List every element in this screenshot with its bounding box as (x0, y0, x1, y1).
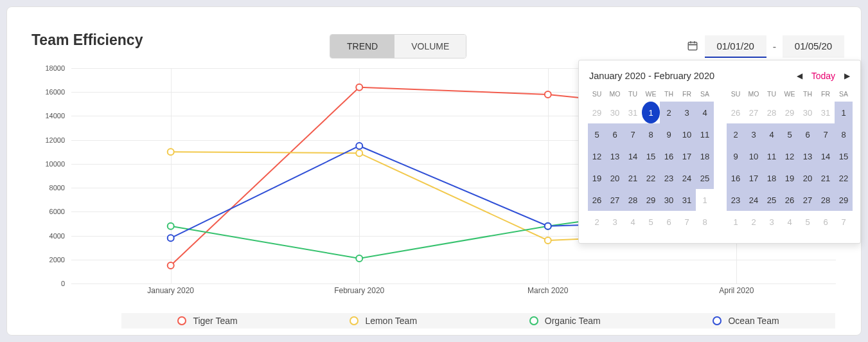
calendar-day[interactable]: 22 (835, 167, 853, 189)
legend-item-organic[interactable]: Organic Team (529, 316, 601, 326)
calendar-day[interactable]: 15 (835, 145, 853, 167)
calendar-prev-icon[interactable]: ◀ (797, 71, 802, 80)
calendar-day[interactable]: 26 (781, 189, 799, 211)
calendar-next-icon[interactable]: ▶ (844, 71, 850, 80)
calendar-day[interactable]: 6 (799, 123, 817, 145)
calendar-day[interactable]: 16 (727, 167, 745, 189)
calendar-day[interactable]: 30 (660, 189, 678, 211)
date-end-input[interactable] (783, 35, 844, 58)
data-point[interactable] (168, 148, 174, 155)
data-point[interactable] (545, 237, 551, 244)
calendar-day[interactable]: 29 (835, 189, 853, 211)
x-tick-label: March 2020 (527, 286, 568, 295)
calendar-day[interactable]: 22 (642, 167, 660, 189)
calendar-day[interactable]: 20 (799, 167, 817, 189)
legend-item-lemon[interactable]: Lemon Team (350, 316, 417, 326)
calendar-day[interactable]: 9 (660, 123, 678, 145)
tab-volume[interactable]: VOLUME (394, 35, 466, 58)
calendar-day[interactable]: 25 (696, 167, 714, 189)
legend-item-tiger[interactable]: Tiger Team (177, 316, 237, 326)
calendar-range-label: January 2020 - February 2020 (589, 71, 714, 81)
calendar-day[interactable]: 19 (781, 167, 799, 189)
data-point[interactable] (356, 84, 362, 91)
data-point[interactable] (168, 235, 174, 241)
calendar-day[interactable]: 12 (781, 145, 799, 167)
calendar-day: 27 (745, 102, 763, 123)
data-point[interactable] (168, 223, 174, 230)
calendar-day[interactable]: 11 (696, 123, 714, 145)
data-point[interactable] (356, 255, 362, 262)
calendar-day[interactable]: 7 (624, 123, 642, 145)
calendar-day[interactable]: 3 (745, 123, 763, 145)
calendar-day[interactable]: 2 (727, 123, 745, 145)
calendar-day[interactable]: 6 (606, 123, 624, 145)
calendar-day[interactable]: 20 (606, 167, 624, 189)
calendar-day[interactable]: 10 (745, 145, 763, 167)
calendar-day[interactable]: 27 (606, 189, 624, 211)
calendar-day[interactable]: 9 (727, 145, 745, 167)
calendar-day[interactable]: 1 (835, 102, 853, 123)
calendar-icon[interactable] (687, 40, 698, 54)
calendar-day[interactable]: 18 (696, 145, 714, 167)
calendar-day[interactable]: 8 (642, 123, 660, 145)
calendar-day[interactable]: 5 (781, 123, 799, 145)
calendar-day[interactable]: 14 (817, 145, 835, 167)
calendar-day[interactable]: 1 (642, 102, 660, 123)
calendar-day[interactable]: 21 (817, 167, 835, 189)
calendar-day[interactable]: 21 (624, 167, 642, 189)
data-point[interactable] (356, 143, 362, 149)
calendar-day: 4 (624, 211, 642, 233)
calendar-day[interactable]: 12 (588, 145, 606, 167)
data-point[interactable] (545, 223, 551, 230)
data-point[interactable] (168, 262, 174, 269)
calendar-dow: SA (835, 87, 853, 102)
calendar-day[interactable]: 13 (799, 145, 817, 167)
calendar-day: 3 (606, 211, 624, 233)
data-point[interactable] (545, 91, 551, 98)
chart-legend: Tiger Team Lemon Team Organic Team Ocean… (121, 313, 835, 328)
calendar-day[interactable]: 24 (745, 189, 763, 211)
date-start-input[interactable] (705, 35, 766, 58)
calendar-dow: TH (660, 87, 678, 102)
calendar-day[interactable]: 3 (678, 102, 696, 123)
calendar-day[interactable]: 28 (817, 189, 835, 211)
calendar-day[interactable]: 5 (588, 123, 606, 145)
calendar-day[interactable]: 4 (696, 102, 714, 123)
calendar-day[interactable]: 4 (763, 123, 781, 145)
calendar-day[interactable]: 31 (678, 189, 696, 211)
calendar-day[interactable]: 8 (835, 123, 853, 145)
calendar-day[interactable]: 2 (660, 102, 678, 123)
calendar-day[interactable]: 18 (763, 167, 781, 189)
y-tick-label: 14000 (34, 112, 65, 120)
tab-trend[interactable]: TREND (330, 35, 394, 58)
data-point[interactable] (356, 150, 362, 156)
calendar-day[interactable]: 14 (624, 145, 642, 167)
calendar-day[interactable]: 19 (588, 167, 606, 189)
calendar-day[interactable]: 16 (660, 145, 678, 167)
calendar-day: 6 (817, 211, 835, 233)
team-efficiency-card: Team Efficiency TREND VOLUME - January 2… (6, 6, 862, 336)
calendar-day[interactable]: 28 (624, 189, 642, 211)
calendar-day[interactable]: 17 (745, 167, 763, 189)
calendar-day[interactable]: 24 (678, 167, 696, 189)
calendar-day[interactable]: 17 (678, 145, 696, 167)
calendar-dow: TU (624, 87, 642, 102)
calendar-day[interactable]: 13 (606, 145, 624, 167)
calendar-day[interactable]: 23 (727, 189, 745, 211)
calendar-day[interactable]: 25 (763, 189, 781, 211)
calendar-day: 3 (763, 211, 781, 233)
y-tick-label: 10000 (34, 160, 65, 168)
calendar-day[interactable]: 29 (642, 189, 660, 211)
calendar-day: 2 (588, 211, 606, 233)
calendar-day[interactable]: 26 (588, 189, 606, 211)
calendar-today-link[interactable]: Today (811, 71, 835, 81)
calendar-day[interactable]: 23 (660, 167, 678, 189)
calendar-day[interactable]: 7 (817, 123, 835, 145)
calendar-day[interactable]: 15 (642, 145, 660, 167)
calendar-day[interactable]: 10 (678, 123, 696, 145)
x-tick-label: April 2020 (719, 286, 754, 295)
gridline (71, 284, 836, 284)
calendar-day[interactable]: 11 (763, 145, 781, 167)
calendar-day[interactable]: 27 (799, 189, 817, 211)
legend-item-ocean[interactable]: Ocean Team (713, 316, 779, 326)
